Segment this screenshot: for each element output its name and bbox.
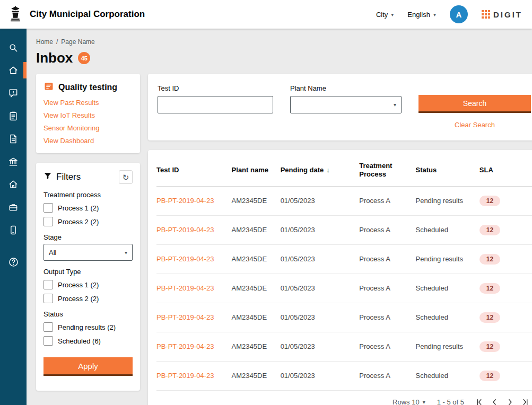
plant-name-label: Plant Name	[290, 84, 402, 92]
top-header: City Municipal Corporation City ▾ Englis…	[0, 0, 532, 29]
stage-label: Stage	[43, 233, 133, 241]
prev-page-icon[interactable]	[491, 399, 498, 405]
test-id-link[interactable]: PB-PT-2019-04-23	[156, 284, 232, 292]
table-row[interactable]: PB-PT-2019-04-23 AM2345DE 01/05/2023 Pro…	[156, 274, 532, 303]
sidebar-item-help[interactable]	[0, 251, 27, 274]
chevron-down-icon: ▾	[433, 12, 436, 17]
search-button[interactable]: Search	[418, 95, 531, 113]
pagination-range: 1 - 5 of 5	[437, 398, 464, 405]
test-id-link[interactable]: PB-PT-2019-04-23	[156, 372, 232, 380]
complaints-icon	[8, 88, 19, 99]
right-column: Test ID Plant Name ▾ Search Clear Search…	[148, 74, 532, 391]
plant-name-cell: AM2345DE	[232, 284, 281, 292]
link-view-past-results[interactable]: View Past Results	[43, 99, 133, 107]
checkbox-status-scheduled[interactable]	[43, 336, 53, 346]
link-view-dashboard[interactable]: View Dashboard	[43, 137, 133, 145]
mobile-card-icon	[8, 225, 19, 235]
property-icon	[8, 179, 19, 190]
table-row[interactable]: PB-PT-2019-04-23 AM2345DE 01/05/2023 Pro…	[156, 332, 532, 362]
breadcrumb-home[interactable]: Home	[36, 38, 53, 46]
filters-title: Filters	[56, 172, 81, 182]
filter-option-output-2[interactable]: Process 2 (2)	[43, 294, 133, 303]
sla-badge: 12	[479, 283, 500, 294]
test-id-link[interactable]: PB-PT-2019-04-23	[156, 313, 232, 321]
test-id-link[interactable]: PB-PT-2019-04-23	[156, 226, 232, 234]
table-row[interactable]: PB-PT-2019-04-23 AM2345DE 01/05/2023 Pro…	[156, 362, 532, 391]
stage-select-value: All	[49, 249, 56, 257]
treatment-process-cell: Process A	[359, 226, 415, 234]
status-cell: Scheduled	[415, 313, 479, 321]
sla-cell: 12	[479, 254, 532, 265]
stage-select[interactable]: All ▾	[43, 244, 133, 261]
checkbox-treatment-1[interactable]	[43, 203, 53, 213]
link-view-iot-results[interactable]: View IoT Results	[43, 111, 133, 119]
language-selector[interactable]: English ▾	[407, 11, 436, 19]
sidebar-item-documents[interactable]	[0, 127, 27, 150]
refresh-icon: ↻	[123, 173, 129, 181]
sla-cell: 12	[479, 283, 532, 294]
column-plant-name: Plant name	[232, 166, 281, 174]
filter-option-label: Process 1 (2)	[58, 281, 99, 289]
table-row[interactable]: PB-PT-2019-04-23 AM2345DE 01/05/2023 Pro…	[156, 187, 532, 216]
avatar[interactable]: A	[450, 5, 468, 23]
test-id-input[interactable]	[158, 96, 273, 113]
sla-cell: 12	[479, 225, 532, 235]
next-page-icon[interactable]	[507, 399, 513, 405]
sla-badge: 12	[479, 312, 500, 323]
filter-option-treatment-1[interactable]: Process 1 (2)	[43, 203, 133, 213]
brand-area: City Municipal Corporation	[7, 5, 145, 23]
filter-option-label: Process 2 (2)	[58, 218, 99, 226]
checkbox-output-1[interactable]	[43, 280, 53, 289]
link-sensor-monitoring[interactable]: Sensor Monitoring	[43, 124, 133, 132]
column-status: Status	[415, 166, 479, 174]
plant-name-cell: AM2345DE	[232, 197, 281, 205]
apply-button[interactable]: Apply	[43, 357, 133, 376]
sidebar-item-property[interactable]	[0, 173, 27, 196]
plant-name-cell: AM2345DE	[232, 226, 281, 234]
last-page-icon[interactable]	[522, 399, 529, 405]
pending-date-cell: 01/05/2023	[281, 342, 360, 350]
plant-name-select[interactable]: ▾	[290, 96, 402, 113]
table-row[interactable]: PB-PT-2019-04-23 AM2345DE 01/05/2023 Pro…	[156, 303, 532, 332]
sidebar	[0, 29, 27, 405]
checkbox-treatment-2[interactable]	[43, 217, 53, 226]
filter-option-treatment-2[interactable]: Process 2 (2)	[43, 217, 133, 226]
filter-option-label: Scheduled (6)	[58, 337, 101, 345]
search-panel: Test ID Plant Name ▾ Search Clear Search	[148, 74, 532, 140]
digit-brand-text: DIGIT	[493, 10, 522, 19]
table-row[interactable]: PB-PT-2019-04-23 AM2345DE 01/05/2023 Pro…	[156, 216, 532, 245]
sidebar-item-search[interactable]	[0, 36, 27, 59]
sidebar-item-complaints[interactable]	[0, 82, 27, 104]
rows-per-page-select[interactable]: Rows 10 ▾	[393, 398, 425, 405]
sidebar-item-municipal[interactable]	[0, 150, 27, 173]
sla-badge: 12	[479, 196, 500, 206]
first-page-icon[interactable]	[476, 399, 483, 405]
checkbox-output-2[interactable]	[43, 294, 53, 303]
table-row[interactable]: PB-PT-2019-04-23 AM2345DE 01/05/2023 Pro…	[156, 245, 532, 274]
sla-badge: 12	[479, 254, 500, 265]
sidebar-item-home[interactable]	[0, 59, 27, 82]
digit-logo: DIGIT	[482, 10, 522, 19]
pending-date-cell: 01/05/2023	[281, 313, 360, 321]
filter-option-label: Process 1 (2)	[58, 204, 99, 212]
sidebar-item-works[interactable]	[0, 196, 27, 218]
filter-option-output-1[interactable]: Process 1 (2)	[43, 280, 133, 289]
test-id-link[interactable]: PB-PT-2019-04-23	[156, 197, 232, 205]
column-pending-date: Pending date ↓	[281, 166, 360, 174]
sla-cell: 12	[479, 371, 532, 381]
treatment-process-cell: Process A	[359, 197, 415, 205]
sidebar-item-inspection[interactable]	[0, 104, 27, 127]
checkbox-status-pending[interactable]	[43, 322, 53, 332]
test-id-link[interactable]: PB-PT-2019-04-23	[156, 255, 232, 263]
treatment-process-cell: Process A	[359, 342, 415, 350]
filter-option-status-scheduled[interactable]: Scheduled (6)	[43, 336, 133, 346]
sort-down-icon[interactable]: ↓	[326, 166, 330, 174]
clear-search-link[interactable]: Clear Search	[455, 121, 495, 129]
chevron-down-icon: ▾	[391, 12, 394, 17]
test-id-link[interactable]: PB-PT-2019-04-23	[156, 342, 232, 350]
sla-cell: 12	[479, 312, 532, 323]
city-selector[interactable]: City ▾	[376, 11, 394, 19]
refresh-filters-button[interactable]: ↻	[119, 170, 133, 184]
filter-option-status-pending[interactable]: Pending results (2)	[43, 322, 133, 332]
sidebar-item-mobile[interactable]	[0, 218, 27, 241]
